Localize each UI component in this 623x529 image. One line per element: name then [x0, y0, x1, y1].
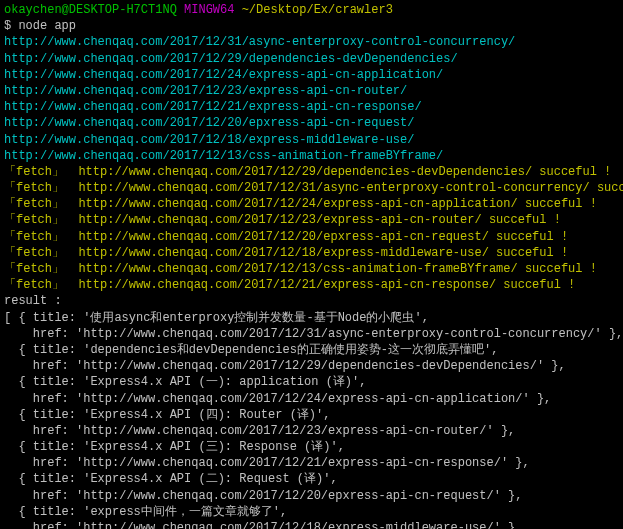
fetch-line: 「fetch」 http://www.chenqaq.com/2017/12/2… [4, 196, 619, 212]
result-href: href: 'http://www.chenqaq.com/2017/12/18… [4, 520, 619, 529]
fetch-line: 「fetch」 http://www.chenqaq.com/2017/12/1… [4, 245, 619, 261]
output-url: http://www.chenqaq.com/2017/12/18/expres… [4, 132, 619, 148]
result-title: [ { title: '使用async和enterproxy控制并发数量-基于N… [4, 310, 619, 326]
output-url: http://www.chenqaq.com/2017/12/20/epxres… [4, 115, 619, 131]
result-label: result : [4, 293, 619, 309]
result-href: href: 'http://www.chenqaq.com/2017/12/20… [4, 488, 619, 504]
terminal-output[interactable]: okaychen@DESKTOP-H7CT1NQ MINGW64 ~/Deskt… [4, 2, 619, 529]
fetch-line: 「fetch」 http://www.chenqaq.com/2017/12/1… [4, 261, 619, 277]
fetch-line: 「fetch」 http://www.chenqaq.com/2017/12/2… [4, 229, 619, 245]
result-title: { title: 'Express4.x API (二): Request (译… [4, 471, 619, 487]
result-title: { title: 'Express4.x API (三): Response (… [4, 439, 619, 455]
output-url: http://www.chenqaq.com/2017/12/23/expres… [4, 83, 619, 99]
output-url: http://www.chenqaq.com/2017/12/13/css-an… [4, 148, 619, 164]
result-href: href: 'http://www.chenqaq.com/2017/12/31… [4, 326, 619, 342]
fetch-line: 「fetch」 http://www.chenqaq.com/2017/12/3… [4, 180, 619, 196]
output-url: http://www.chenqaq.com/2017/12/21/expres… [4, 99, 619, 115]
output-url: http://www.chenqaq.com/2017/12/29/depend… [4, 51, 619, 67]
result-title: { title: 'dependencies和devDependencies的正… [4, 342, 619, 358]
output-url: http://www.chenqaq.com/2017/12/24/expres… [4, 67, 619, 83]
fetch-line: 「fetch」 http://www.chenqaq.com/2017/12/2… [4, 164, 619, 180]
result-href: href: 'http://www.chenqaq.com/2017/12/29… [4, 358, 619, 374]
result-title: { title: 'Express4.x API (一): applicatio… [4, 374, 619, 390]
result-href: href: 'http://www.chenqaq.com/2017/12/24… [4, 391, 619, 407]
fetch-line: 「fetch」 http://www.chenqaq.com/2017/12/2… [4, 277, 619, 293]
shell-prompt: okaychen@DESKTOP-H7CT1NQ MINGW64 ~/Deskt… [4, 2, 619, 18]
result-href: href: 'http://www.chenqaq.com/2017/12/23… [4, 423, 619, 439]
command-line: $ node app [4, 18, 619, 34]
result-title: { title: 'Express4.x API (四): Router (译)… [4, 407, 619, 423]
result-title: { title: 'express中间件，一篇文章就够了', [4, 504, 619, 520]
result-href: href: 'http://www.chenqaq.com/2017/12/21… [4, 455, 619, 471]
fetch-line: 「fetch」 http://www.chenqaq.com/2017/12/2… [4, 212, 619, 228]
output-url: http://www.chenqaq.com/2017/12/31/async-… [4, 34, 619, 50]
